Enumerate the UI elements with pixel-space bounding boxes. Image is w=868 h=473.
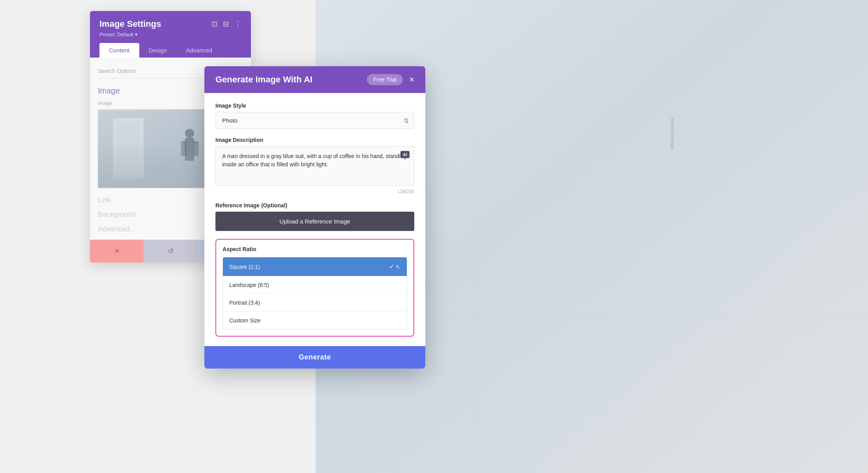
option-landscape-label: Landscape (8:5) [229,282,269,288]
cancel-button[interactable]: ✕ [90,240,144,263]
char-count: 128/200 [215,189,414,194]
tab-content[interactable]: Content [99,43,139,58]
ai-badge: AI [400,151,410,158]
aspect-ratio-option-portrait[interactable]: Portrait (3:4) [223,294,407,312]
tab-design[interactable]: Design [139,43,177,58]
image-style-group: Image Style Photo ⇅ [215,102,414,129]
modal-header-right: Free Trial × [367,74,414,85]
image-style-select-wrapper: Photo ⇅ [215,112,414,129]
columns-icon[interactable]: ⊟ [223,20,229,28]
panel-title: Image Settings [99,19,161,29]
modal-title: Generate Image With AI [215,74,312,85]
selected-checkmark: ✓↖ [389,263,400,270]
aspect-ratio-option-landscape[interactable]: Landscape (8:5) [223,276,407,294]
panel-header-icons: ⊡ ⊟ ⋮ [211,20,241,28]
search-placeholder: Search Options [98,68,136,74]
aspect-ratio-dropdown: Square (1:1) ✓↖ Landscape (8:5) Portrait… [223,257,407,330]
tab-advanced[interactable]: Advanced [176,43,222,58]
image-description-group: Image Description AI 128/200 [215,137,414,194]
more-icon[interactable]: ⋮ [234,20,241,28]
modal-header: Generate Image With AI Free Trial × [204,66,425,93]
textarea-wrapper: AI [215,146,414,187]
image-style-label: Image Style [215,102,414,109]
reference-image-label: Reference Image (Optional) [215,202,414,209]
reference-image-group: Reference Image (Optional) Upload a Refe… [215,202,414,231]
free-trial-badge[interactable]: Free Trial [367,74,403,85]
cursor-icon: ↖ [396,264,400,270]
undo-button[interactable]: ↺ [144,240,197,263]
panel-preset[interactable]: Preset: Default ▾ [99,32,241,37]
option-portrait-label: Portrait (3:4) [229,300,260,306]
generate-image-modal: Generate Image With AI Free Trial × Imag… [204,66,425,369]
svg-rect-4 [671,118,674,150]
image-style-select[interactable]: Photo [215,112,414,129]
cancel-icon: ✕ [114,247,120,255]
upload-reference-button[interactable]: Upload a Reference Image [215,212,414,231]
panel-header-top: Image Settings ⊡ ⊟ ⋮ [99,19,241,29]
panel-tabs: Content Design Advanced [99,43,241,58]
modal-close-button[interactable]: × [409,75,414,84]
panel-header: Image Settings ⊡ ⊟ ⋮ Preset: Default ▾ C… [90,11,251,58]
option-square-label: Square (1:1) [229,264,260,270]
image-description-label: Image Description [215,137,414,143]
undo-icon: ↺ [168,247,174,255]
aspect-ratio-label: Aspect Ratio [223,246,407,252]
screen-icon[interactable]: ⊡ [211,20,217,28]
option-custom-label: Custom Size [229,317,260,324]
aspect-ratio-section: Aspect Ratio Square (1:1) ✓↖ Landscape (… [215,239,414,337]
generate-button[interactable]: Generate [204,346,425,369]
image-description-textarea[interactable] [215,146,414,186]
modal-body: Image Style Photo ⇅ Image Description AI… [204,93,425,346]
aspect-ratio-option-square[interactable]: Square (1:1) ✓↖ [223,257,407,276]
svg-point-8 [185,129,194,138]
aspect-ratio-option-custom[interactable]: Custom Size [223,312,407,329]
